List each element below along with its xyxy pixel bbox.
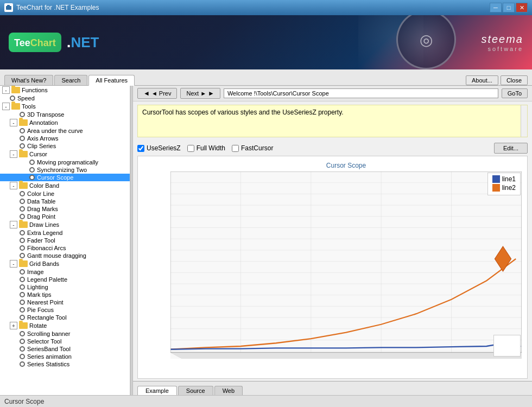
tab-whats-new[interactable]: What's New?	[4, 75, 53, 85]
label-fibonacci: Fibonacci Arcs	[27, 245, 66, 251]
label-nearest-point: Nearest Point	[27, 299, 64, 306]
sidebar-item-speed[interactable]: Speed	[0, 94, 130, 102]
description-scrollbar[interactable]	[521, 105, 527, 137]
circle-icon-nearest	[20, 300, 25, 305]
description-text: CursorTool has scopes of various styles …	[142, 109, 344, 116]
chart-title: Cursor Scope	[170, 162, 522, 169]
expand-tools[interactable]: -	[2, 103, 10, 110]
circle-icon-speed	[10, 96, 15, 101]
expand-annotation[interactable]: -	[10, 119, 17, 126]
window-close-button[interactable]: ✕	[516, 3, 528, 12]
edit-button[interactable]: Edit...	[494, 143, 528, 154]
sidebar-item-seriesband-tool[interactable]: SeriesBand Tool	[0, 345, 130, 353]
sidebar-item-data-table[interactable]: Data Table	[0, 198, 130, 205]
next-label: Next ►	[186, 90, 206, 97]
expand-functions[interactable]: -	[2, 86, 10, 94]
label-legend-palette: Legend Palette	[27, 276, 67, 283]
sidebar-item-drag-point[interactable]: Drag Point	[0, 213, 130, 220]
chart-inner: Cursor Scope	[138, 156, 527, 378]
sidebar-item-cursor-folder[interactable]: - Cursor	[0, 150, 130, 158]
sidebar-item-nearest-point[interactable]: Nearest Point	[0, 298, 130, 306]
circle-icon-scrolling	[20, 331, 25, 336]
full-width-label[interactable]: Full Width	[187, 144, 225, 152]
sidebar-item-extra-legend[interactable]: Extra Legend	[0, 229, 130, 237]
circle-icon-area	[20, 128, 25, 133]
fast-cursor-checkbox[interactable]	[232, 145, 239, 152]
tab-all-features[interactable]: All Features	[88, 75, 135, 86]
sidebar-item-lighting[interactable]: Lighting	[0, 283, 130, 291]
full-width-checkbox[interactable]	[187, 145, 194, 152]
sidebar-item-scrolling-banner[interactable]: Scrolling banner	[0, 330, 130, 338]
path-input[interactable]	[224, 88, 498, 98]
sidebar-item-fader-tool[interactable]: Fader Tool	[0, 237, 130, 244]
close-button[interactable]: Close	[501, 75, 528, 85]
sidebar-item-tools[interactable]: - Tools	[0, 102, 130, 111]
sidebar-item-rotate[interactable]: + Rotate	[0, 321, 130, 330]
title-icon	[4, 3, 13, 12]
sidebar-item-rectangle-tool[interactable]: Rectangle Tool	[0, 314, 130, 321]
sidebar-item-moving-prog[interactable]: Moving programatically	[0, 158, 130, 166]
expand-cursor[interactable]: -	[10, 150, 17, 158]
circle-icon-drag-point	[20, 214, 25, 219]
folder-icon-annotation	[19, 119, 28, 126]
use-series-z-checkbox[interactable]	[137, 145, 144, 152]
goto-button[interactable]: GoTo	[502, 88, 528, 98]
circle-icon-data-table	[20, 199, 25, 204]
label-data-table: Data Table	[27, 198, 55, 205]
circle-icon-clip	[20, 143, 25, 149]
sidebar-item-grid-bands[interactable]: - Grid Bands	[0, 259, 130, 268]
label-tools: Tools	[22, 103, 36, 110]
sidebar-item-mark-tips[interactable]: Mark tips	[0, 291, 130, 298]
sidebar-item-pie-focus[interactable]: Pie Focus	[0, 306, 130, 314]
sidebar-item-functions[interactable]: - Functions	[0, 86, 130, 94]
sidebar-item-cursor-scope[interactable]: Cursor Scope	[0, 174, 130, 181]
sidebar-item-drag-marks[interactable]: Drag Marks	[0, 205, 130, 213]
svg-text:-5: -5	[378, 358, 384, 359]
sidebar-item-3d-transpose[interactable]: 3D Transpose	[0, 111, 130, 118]
about-button[interactable]: About...	[466, 75, 498, 85]
minimize-button[interactable]: ─	[490, 3, 502, 12]
svg-text:-20: -20	[170, 358, 175, 359]
bottom-tab-source[interactable]: Source	[178, 386, 213, 395]
logo-teechart: TeeChart	[14, 36, 56, 49]
sidebar-item-series-animation[interactable]: Series animation	[0, 353, 130, 360]
expand-color-band[interactable]: -	[10, 182, 17, 189]
sidebar-item-draw-lines[interactable]: - Draw Lines	[0, 220, 130, 229]
label-3d-transpose: 3D Transpose	[27, 111, 64, 118]
sidebar-item-series-statistics[interactable]: Series Statistics	[0, 360, 130, 368]
software-text: software	[481, 46, 523, 52]
sidebar-item-color-line[interactable]: Color Line	[0, 190, 130, 198]
sidebar-item-fibonacci[interactable]: Fibonacci Arcs	[0, 244, 130, 252]
label-annotation: Annotation	[29, 119, 58, 126]
fast-cursor-label[interactable]: FastCursor	[232, 144, 273, 152]
sidebar-item-gantt[interactable]: Gantt mouse dragging	[0, 252, 130, 259]
next-button[interactable]: Next ► ►	[180, 88, 220, 99]
folder-icon-tools	[11, 103, 20, 110]
prev-button[interactable]: ◄ ◄ Prev	[137, 88, 177, 99]
label-area-under-curve: Area under the curve	[27, 128, 83, 134]
expand-grid-bands[interactable]: -	[10, 260, 17, 268]
circle-icon-series-animation	[20, 354, 25, 359]
legend-label-line1: line1	[502, 175, 516, 183]
sidebar-item-selector-tool[interactable]: Selector Tool	[0, 338, 130, 345]
expand-rotate[interactable]: +	[10, 322, 17, 329]
prev-arrow-icon: ◄	[143, 90, 150, 97]
use-series-z-label[interactable]: UseSeriesZ	[137, 144, 181, 152]
sidebar-item-image[interactable]: Image	[0, 268, 130, 276]
sidebar-item-area-under-curve[interactable]: Area under the curve	[0, 127, 130, 135]
circle-icon-gantt	[20, 253, 25, 258]
expand-draw-lines[interactable]: -	[10, 221, 17, 228]
sidebar-item-annotation[interactable]: - Annotation	[0, 118, 130, 127]
sidebar-item-sync-two[interactable]: Synchronizing Two	[0, 166, 130, 174]
sidebar-item-color-band[interactable]: - Color Band	[0, 181, 130, 190]
sidebar-item-axis-arrows[interactable]: Axis Arrows	[0, 135, 130, 142]
bottom-tab-web[interactable]: Web	[214, 386, 243, 395]
label-color-band: Color Band	[29, 182, 59, 189]
chart-legend: line1 line2	[487, 173, 521, 195]
sidebar-item-legend-palette[interactable]: Legend Palette	[0, 276, 130, 283]
restore-button[interactable]: □	[503, 3, 515, 12]
sidebar-item-clip-series[interactable]: Clip Series	[0, 142, 130, 150]
tab-search[interactable]: Search	[54, 75, 87, 85]
circle-icon-legend-palette	[20, 277, 25, 282]
bottom-tab-example[interactable]: Example	[137, 386, 177, 395]
